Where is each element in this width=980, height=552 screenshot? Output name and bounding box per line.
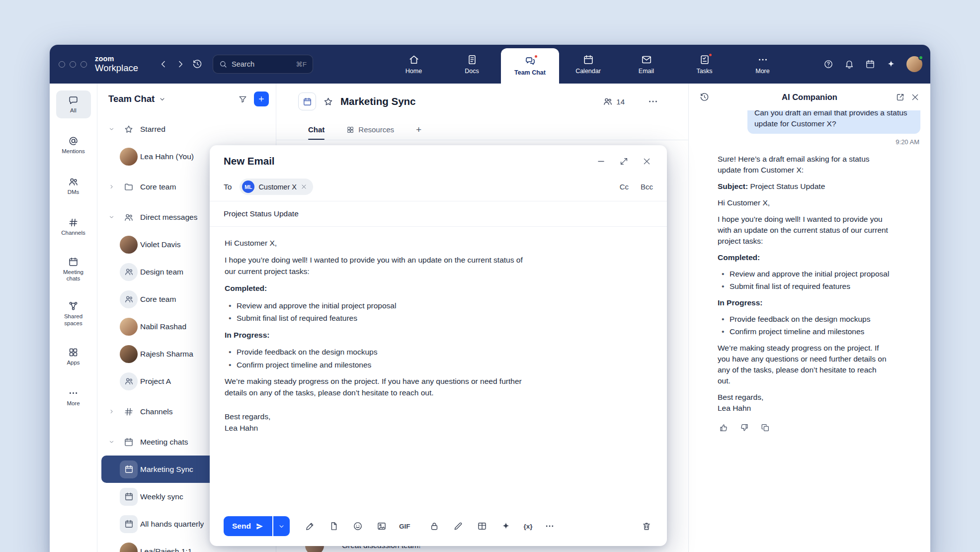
edit-pencil-icon[interactable] [452,520,465,533]
encryption-lock-icon[interactable] [428,520,441,533]
copy-icon[interactable] [759,422,771,434]
bcc-button[interactable]: Bcc [641,183,653,191]
emoji-icon[interactable] [351,520,364,533]
email-body-editor[interactable]: Hi Customer X, I hope you’re doing well!… [210,227,667,509]
rail-item-more[interactable]: More [56,383,91,411]
ai-companion-sparkle-icon [698,155,711,168]
nav-team-chat[interactable]: Team Chat [501,48,559,84]
member-count[interactable]: 14 [603,96,625,106]
rail-label: Mentions [62,148,85,155]
rail-item-channels[interactable]: Channels [56,213,91,241]
ai-compose-sparkle-icon[interactable] [499,520,512,533]
help-icon[interactable] [820,55,837,73]
close-icon[interactable] [639,154,654,169]
subject-field[interactable]: Project Status Update [210,201,667,227]
layout-table-icon[interactable] [476,520,489,533]
group-avatar-icon [120,372,138,390]
thumbs-down-icon[interactable] [738,422,750,434]
logo-workplace-text: Workplace [95,63,138,73]
dms-people-icon [68,177,79,187]
schedule-calendar-icon[interactable] [862,55,879,73]
open-in-new-window-icon[interactable] [893,90,907,104]
new-chat-button[interactable] [254,92,269,106]
recipient-chip[interactable]: ML Customer X [240,179,313,195]
team-chat-icon [525,56,536,67]
close-icon[interactable] [907,90,922,104]
window-zoom-button[interactable] [81,61,87,68]
search-input[interactable]: Search ⌘F [213,55,313,74]
compose-toolbar: Send GIF {x} [210,509,667,546]
nav-more[interactable]: More [734,45,792,84]
meeting-chats-calendar-icon [68,257,79,267]
more-icon [757,54,768,65]
expand-icon[interactable] [616,154,631,169]
more-options-icon[interactable] [543,520,556,533]
template-page-icon[interactable] [327,520,340,533]
history-icon[interactable] [189,55,206,73]
avatar [120,148,138,166]
user-avatar[interactable] [906,56,922,72]
discard-trash-icon[interactable] [640,520,653,533]
rail-item-mentions[interactable]: Mentions [56,131,91,159]
variables-icon[interactable]: {x} [523,523,532,530]
cc-button[interactable]: Cc [620,183,629,191]
signature-pen-icon[interactable] [304,520,317,533]
chevron-right-icon [105,408,117,415]
section-starred[interactable]: Starred [101,115,272,143]
notifications-bell-icon[interactable] [841,55,858,73]
modal-header: New Email [210,145,667,175]
channel-more-icon[interactable] [646,94,660,109]
ai-history-icon[interactable] [697,90,712,104]
ai-feedback-actions [718,422,891,434]
send-button[interactable]: Send [224,516,272,536]
rail-item-all[interactable]: All [56,91,91,118]
send-options-chevron-icon[interactable] [273,516,290,536]
rail-item-dms[interactable]: DMs [56,172,91,200]
window-close-button[interactable] [59,61,65,68]
favorite-star-icon[interactable] [323,96,333,107]
gif-icon[interactable]: GIF [399,523,410,530]
add-tab-button[interactable]: + [416,119,421,140]
nav-label: Email [639,68,654,75]
list-item: Confirm project timeline and milestones [722,326,891,337]
presence-indicator [918,55,923,60]
back-button[interactable] [155,55,172,73]
thumbs-up-icon[interactable] [718,422,730,434]
remove-recipient-icon[interactable] [301,184,307,190]
member-count-value: 14 [616,97,625,106]
insert-image-icon[interactable] [375,520,388,533]
rail-item-apps[interactable]: Apps [56,343,91,370]
docs-icon [467,54,478,65]
meeting-chat-icon [120,515,138,533]
modal-window-controls [593,154,654,169]
hash-icon [117,407,140,417]
meeting-chat-icon [120,488,138,506]
tab-resources[interactable]: Resources [346,119,394,140]
ai-companion-sparkle-icon[interactable] [883,55,899,73]
rail-item-meeting-chats[interactable]: Meeting chats [56,254,91,285]
rail-item-shared-spaces[interactable]: Shared spaces [56,298,91,329]
minimize-icon[interactable] [593,154,608,169]
forward-button[interactable] [172,55,189,73]
nav-email[interactable]: Email [617,45,675,84]
rail-label: All [70,107,77,114]
nav-label: More [755,68,769,75]
meeting-chat-icon [120,460,138,478]
tasks-icon [699,54,710,65]
mentions-at-icon [68,136,79,146]
ai-conversation: Can you draft an email that provides a s… [689,110,930,552]
nav-home[interactable]: Home [385,45,443,84]
resources-icon [346,126,354,134]
chevron-down-icon[interactable] [159,95,166,103]
nav-tasks[interactable]: Tasks [675,45,734,84]
nav-docs[interactable]: Docs [443,45,501,84]
tab-chat[interactable]: Chat [308,119,325,140]
recipients-field[interactable]: To ML Customer X Cc Bcc [210,175,667,201]
window-minimize-button[interactable] [70,61,76,68]
search-shortcut: ⌘F [296,60,307,68]
nav-calendar[interactable]: Calendar [559,45,617,84]
calendar-icon [583,54,594,65]
completed-list: Review and approve the initial project p… [718,269,891,292]
rail-label: Channels [61,230,85,236]
filter-icon[interactable] [235,92,250,106]
